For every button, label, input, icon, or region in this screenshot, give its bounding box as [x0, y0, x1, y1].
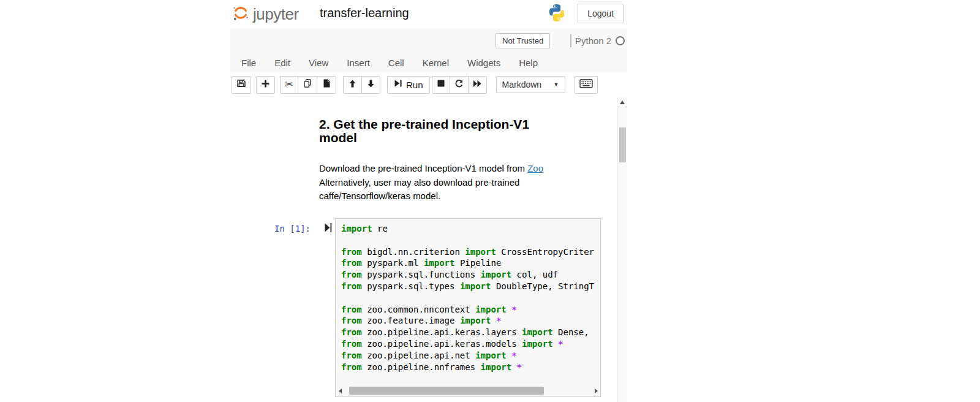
run-icon: [394, 79, 402, 90]
scroll-left-icon[interactable]: [337, 389, 343, 393]
move-cell-down-button[interactable]: [361, 76, 380, 94]
logout-button[interactable]: Logout: [578, 4, 624, 23]
kernel-separator: [570, 34, 571, 47]
keyboard-icon: [579, 79, 593, 91]
jupyter-logo-text: jupyter: [253, 5, 299, 24]
kernel-idle-icon: [616, 36, 625, 45]
menu-item-view[interactable]: View: [300, 58, 337, 68]
menubar-container: Not Trusted Python 2 File Edit View Inse…: [230, 28, 627, 73]
scroll-right-icon[interactable]: [593, 389, 599, 393]
copy-icon: [303, 78, 312, 91]
trust-status-button[interactable]: Not Trusted: [496, 33, 550, 48]
run-button[interactable]: Run: [387, 76, 430, 94]
move-cell-up-button[interactable]: [343, 76, 362, 94]
cut-icon: ✂: [285, 80, 293, 89]
python-icon: [547, 3, 567, 23]
menu-bar: File Edit View Insert Cell Kernel Widget…: [232, 58, 547, 68]
menu-item-edit[interactable]: Edit: [265, 58, 300, 68]
cell-type-dropdown[interactable]: Markdown ▼: [496, 76, 565, 93]
restart-kernel-button[interactable]: [450, 76, 469, 94]
jupyter-app: jupyter transfer-learning Logout Not Tru…: [230, 0, 627, 402]
edit-button-group: ✂: [280, 76, 336, 94]
code-lines: import re from bigdl.nn.criterion import…: [336, 219, 600, 373]
code-horizontal-scrollbar: [337, 386, 599, 395]
fast-forward-button[interactable]: [468, 76, 487, 94]
jupyter-logo-icon: [232, 4, 250, 25]
run-button-label: Run: [406, 80, 423, 90]
add-cell-button[interactable]: [256, 76, 275, 94]
fast-forward-icon: [473, 79, 482, 90]
scroll-up-icon[interactable]: [620, 100, 625, 104]
cut-button[interactable]: ✂: [280, 76, 298, 94]
plus-icon: [261, 79, 270, 91]
cell-type-selected: Markdown: [502, 80, 542, 89]
save-icon: [236, 78, 246, 91]
chevron-down-icon: ▼: [554, 82, 559, 88]
zoo-link[interactable]: Zoo: [527, 163, 543, 173]
save-button[interactable]: [232, 76, 251, 94]
menu-item-cell[interactable]: Cell: [379, 58, 413, 68]
copy-button[interactable]: [298, 76, 317, 94]
vertical-scroll-thumb[interactable]: [619, 127, 626, 162]
menu-item-widgets[interactable]: Widgets: [458, 58, 510, 68]
menu-item-file[interactable]: File: [232, 58, 265, 68]
arrow-up-icon: [348, 79, 357, 91]
run-cell-icon[interactable]: [325, 222, 332, 235]
menu-item-kernel[interactable]: Kernel: [413, 58, 458, 68]
paste-button[interactable]: [317, 76, 336, 94]
stop-button[interactable]: [432, 76, 450, 94]
markdown-heading: 2. Get the pre-trained Inception-V1model: [319, 118, 529, 144]
notebook-container: 2. Get the pre-trained Inception-V1model…: [230, 97, 617, 402]
kernel-name: Python 2: [575, 36, 611, 46]
input-prompt: In [1]:: [274, 224, 311, 233]
command-palette-button[interactable]: [575, 76, 598, 94]
menu-item-insert[interactable]: Insert: [337, 58, 379, 68]
arrow-down-icon: [366, 79, 375, 91]
code-editor[interactable]: import re from bigdl.nn.criterion import…: [335, 218, 601, 397]
horizontal-scroll-track[interactable]: [343, 386, 593, 395]
notebook-title[interactable]: transfer-learning: [320, 6, 409, 20]
menu-item-help[interactable]: Help: [510, 58, 547, 68]
horizontal-scroll-thumb[interactable]: [349, 387, 544, 395]
paste-icon: [322, 78, 331, 91]
toolbar: ✂: [230, 72, 627, 97]
markdown-paragraph: Download the pre-trained Inception-V1 mo…: [319, 162, 543, 203]
kernel-button-group: [432, 76, 487, 94]
stop-icon: [437, 79, 445, 90]
move-button-group: [343, 76, 380, 94]
page-vertical-scrollbar[interactable]: [617, 97, 627, 402]
header: jupyter transfer-learning Logout: [230, 0, 627, 28]
restart-icon: [454, 79, 464, 91]
jupyter-logo[interactable]: jupyter: [232, 4, 299, 25]
